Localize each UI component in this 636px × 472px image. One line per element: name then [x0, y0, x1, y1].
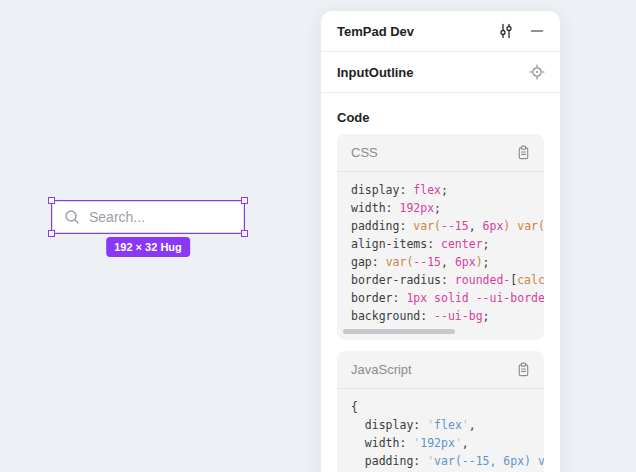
code-line: border-radius: rounded-[calc(var: [351, 271, 544, 289]
css-card-header: CSS: [337, 134, 544, 172]
code-line: display: 'flex',: [351, 416, 544, 434]
size-badge: 192 × 32 Hug: [106, 237, 190, 257]
clipboard-copy-icon[interactable]: [514, 361, 532, 379]
selection-handle-top-right[interactable]: [241, 197, 248, 204]
code-line: border: 1px solid --ui-border-: [351, 289, 544, 307]
search-icon: [63, 208, 81, 226]
search-input-component[interactable]: Search...: [52, 201, 244, 233]
javascript-card-header: JavaScript: [337, 351, 544, 389]
css-code[interactable]: display: flex;width: 192px;padding: var(…: [337, 172, 544, 327]
code-line: gap: var(--15, 6px);: [351, 253, 544, 271]
code-line: {: [351, 398, 544, 416]
tempad-dev-panel: TemPad Dev InputOutline: [320, 10, 561, 472]
horizontal-scrollbar: [343, 329, 544, 334]
selected-node-name: InputOutline: [337, 65, 414, 80]
selection-handle-bottom-left[interactable]: [48, 230, 55, 237]
css-card-label: CSS: [351, 145, 378, 160]
css-code-card: CSS display: flex;width: 192px;padding: …: [337, 134, 544, 340]
code-line: width: 192px;: [351, 199, 544, 217]
settings-sliders-icon[interactable]: [497, 22, 515, 40]
code-line: padding: 'var(--15, 6px) var: [351, 452, 544, 470]
selected-node-row: InputOutline: [321, 52, 560, 93]
code-line: display: flex;: [351, 181, 544, 199]
selection-handle-top-left[interactable]: [48, 197, 55, 204]
javascript-code-card: JavaScript { display: 'flex', width: '19…: [337, 351, 544, 472]
code-line: width: '192px',: [351, 434, 544, 452]
search-placeholder-text: Search...: [89, 209, 145, 225]
code-line: background: --ui-bg;: [351, 307, 544, 325]
javascript-card-label: JavaScript: [351, 362, 412, 377]
clipboard-copy-icon[interactable]: [514, 144, 532, 162]
code-line: align-items: center;: [351, 235, 544, 253]
javascript-code[interactable]: { display: 'flex', width: '192px', paddi…: [337, 389, 544, 472]
scrollbar-thumb[interactable]: [343, 329, 455, 334]
code-line: padding: var(--15, 6px) var(--15: [351, 217, 544, 235]
code-section-label: Code: [337, 110, 544, 125]
panel-header: TemPad Dev: [321, 11, 560, 52]
target-locate-icon[interactable]: [528, 63, 546, 81]
selection-handle-bottom-right[interactable]: [241, 230, 248, 237]
minimize-icon[interactable]: [528, 22, 546, 40]
panel-title: TemPad Dev: [337, 24, 414, 39]
